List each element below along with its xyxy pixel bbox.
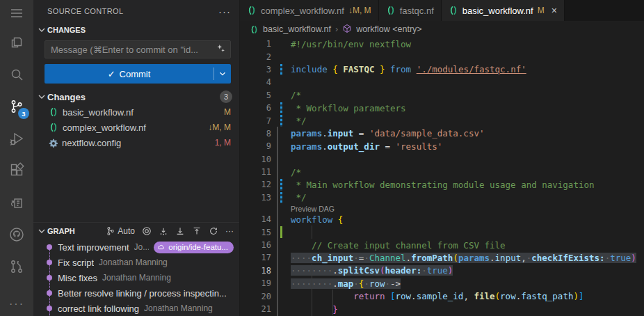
code-line-4[interactable]: 4	[240, 76, 644, 88]
nextflow-icon	[386, 6, 396, 15]
code-line-7[interactable]: 7 */	[240, 114, 644, 127]
code-line-3[interactable]: 3 include { FASTQC } from './modules/fas…	[240, 63, 644, 76]
commit-row[interactable]: Misc fixes Jonathan Manning	[33, 270, 239, 285]
line-content[interactable]: ····ch_input·=·Channel.fromPath(params.i…	[291, 251, 644, 264]
search-activity-item[interactable]	[0, 58, 33, 90]
line-content[interactable]	[291, 153, 644, 166]
gutter-modified-indicator[interactable]	[280, 115, 282, 126]
code-line-2[interactable]: 2	[240, 50, 644, 63]
target-icon[interactable]	[142, 226, 152, 236]
line-content[interactable]: return [row.sample_id, file(row.fastq_pa…	[291, 290, 644, 302]
gutter-modified-indicator[interactable]	[280, 179, 282, 190]
line-content[interactable]: */	[291, 114, 644, 127]
line-content[interactable]	[291, 76, 644, 88]
pull-request-activity-item[interactable]	[0, 251, 33, 283]
code-line-15[interactable]: 15	[240, 226, 644, 238]
graph-section-label: GRAPH	[47, 227, 75, 235]
commit-row[interactable]: Fix script Jonathan Manning	[33, 255, 239, 270]
changed-file-row[interactable]: basic_workflow.nf M	[33, 104, 239, 120]
changes-section-header[interactable]: CHANGES	[33, 22, 239, 38]
code-line-6[interactable]: 6 * Workflow parameters	[240, 102, 644, 114]
code-line-20[interactable]: 20 return [row.sample_id, file(row.fastq…	[240, 290, 644, 302]
tab-complex_workflow.nf[interactable]: complex_workflow.nf↓M, M	[240, 0, 379, 21]
indent-guide	[332, 290, 333, 302]
branch-ref-badge[interactable]: origin/ide-featu...	[154, 242, 234, 253]
commit-row[interactable]: Text improvement Jo... origin/ide-featu.…	[33, 239, 239, 255]
line-content[interactable]: * Workflow parameters	[291, 102, 644, 114]
gutter-modified-indicator[interactable]	[280, 102, 282, 113]
code-line-5[interactable]: 5 /*	[240, 89, 644, 102]
refresh-icon[interactable]	[209, 226, 218, 236]
code-line-18[interactable]: 18 ········.splitCsv(header:·true)	[240, 264, 644, 277]
code-line-17[interactable]: 17 ····ch_input·=·Channel.fromPath(param…	[240, 251, 644, 264]
line-content[interactable]: /*	[291, 89, 644, 102]
fetch-icon[interactable]	[159, 226, 168, 236]
commit-button[interactable]: ✓ Commit	[45, 64, 231, 84]
line-content[interactable]: // Create input channel from CSV file	[291, 239, 644, 251]
nextflow-icon	[49, 123, 58, 132]
line-content[interactable]: ········.splitCsv(header:·true)	[291, 264, 644, 277]
gutter-marker-column	[271, 303, 291, 315]
graph-more-button[interactable]: ···	[225, 226, 234, 236]
changed-file-row[interactable]: nextflow.config 1, M	[33, 135, 239, 150]
gutter-modified-indicator[interactable]	[280, 192, 282, 203]
line-content[interactable]: #!/usr/bin/env nextflow	[291, 38, 644, 50]
tab-git-decoration: ↓M, M	[348, 6, 371, 15]
close-icon[interactable]: ×	[552, 6, 557, 15]
github-activity-item[interactable]	[0, 219, 33, 251]
line-content[interactable]	[291, 226, 644, 238]
code-line-8[interactable]: 8 params.input = 'data/sample_data.csv'	[240, 127, 644, 140]
commit-message-input[interactable]	[51, 45, 216, 55]
code-editor[interactable]: 1 #!/usr/bin/env nextflow2 3 include { F…	[240, 38, 644, 316]
tab-fastqc.nf[interactable]: fastqc.nf	[379, 0, 442, 21]
code-line-14[interactable]: 14 workflow {	[240, 213, 644, 226]
graph-auto-branch-button[interactable]: Auto	[106, 226, 135, 236]
code-line-21[interactable]: 21 }	[240, 303, 644, 315]
breadcrumb-file[interactable]: basic_workflow.nf	[263, 24, 331, 34]
breadcrumb-symbol[interactable]: workflow <entry>	[356, 24, 421, 34]
activity-overflow-button[interactable]: ···	[9, 292, 24, 316]
commit-message: Misc fixes	[58, 273, 97, 283]
graph-section-header[interactable]: GRAPH Auto ···	[33, 223, 239, 239]
line-content[interactable]: /*	[291, 166, 644, 178]
line-content[interactable]: }	[291, 303, 644, 315]
menu-activity-item[interactable]	[0, 0, 33, 26]
gutter-modified-indicator[interactable]	[280, 64, 282, 75]
line-content[interactable]	[291, 50, 644, 63]
commit-row[interactable]: correct link following Jonathan Manning	[33, 301, 239, 316]
code-line-12[interactable]: 12 * Main workflow demonstrating module …	[240, 178, 644, 191]
code-line-1[interactable]: 1 #!/usr/bin/env nextflow	[240, 38, 644, 50]
code-line-16[interactable]: 16 // Create input channel from CSV file	[240, 239, 644, 251]
gutter-added-indicator[interactable]	[280, 226, 282, 237]
sidebar-more-button[interactable]: ···	[218, 6, 231, 17]
commit-row[interactable]: Better resolve linking / process inspect…	[33, 285, 239, 301]
extensions-activity-item[interactable]	[0, 155, 33, 187]
line-content[interactable]: */	[291, 191, 644, 204]
line-number: 6	[240, 103, 271, 113]
codelens-label[interactable]: Preview DAG	[291, 205, 335, 213]
commit-dropdown-button[interactable]	[214, 64, 231, 84]
changed-file-row[interactable]: complex_workflow.nf ↓M, M	[33, 120, 239, 135]
sparkle-ai-icon[interactable]	[216, 43, 226, 56]
push-icon[interactable]	[192, 226, 202, 236]
line-content[interactable]: include { FASTQC } from './modules/fastq…	[291, 63, 644, 76]
explorer-activity-item[interactable]	[0, 26, 33, 58]
run-debug-activity-item[interactable]	[0, 123, 33, 155]
code-line-9[interactable]: 9 params.output_dir = 'results'	[240, 140, 644, 152]
line-content[interactable]: params.input = 'data/sample_data.csv'	[291, 127, 644, 140]
changes-tree-header[interactable]: Changes 3	[33, 89, 239, 104]
code-line-11[interactable]: 11 /*	[240, 166, 644, 178]
code-line-19[interactable]: 19 ········.map·{·row·->	[240, 277, 644, 290]
pull-icon[interactable]	[175, 226, 185, 236]
line-content[interactable]: * Main workflow demonstrating module usa…	[291, 178, 644, 191]
commit-button-main[interactable]: ✓ Commit	[45, 64, 214, 84]
source-control-activity-item[interactable]: 3	[0, 90, 33, 123]
line-content[interactable]: params.output_dir = 'results'	[291, 140, 644, 152]
pages-sync-activity-item[interactable]	[0, 187, 33, 219]
code-line-10[interactable]: 10	[240, 153, 644, 166]
line-content[interactable]: workflow {	[291, 213, 644, 226]
codelens[interactable]: Preview DAG	[240, 204, 644, 213]
line-content[interactable]: ········.map·{·row·->	[291, 277, 644, 290]
tab-basic_workflow.nf[interactable]: basic_workflow.nfM×	[442, 0, 565, 21]
code-line-13[interactable]: 13 */	[240, 191, 644, 204]
